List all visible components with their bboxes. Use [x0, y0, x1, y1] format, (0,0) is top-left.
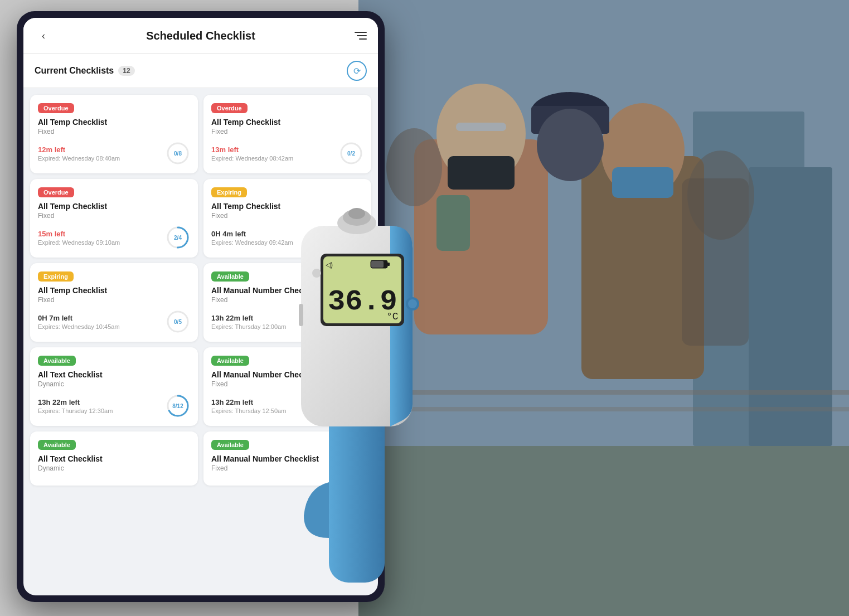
progress-circle: 2/4 — [166, 225, 190, 250]
section-title-area: Current Checklists 12 — [35, 66, 135, 76]
status-badge: Available — [38, 440, 76, 450]
time-left: 0H 7m left — [38, 314, 166, 322]
status-badge: Available — [38, 356, 76, 366]
progress-circle: 0/2 — [339, 141, 363, 166]
card-footer: 12m left Expired: Wednesday 08:40am 0/8 — [38, 141, 190, 166]
checklist-card[interactable]: Available All Text Checklist Dynamic — [30, 431, 198, 486]
card-subtitle: Dynamic — [38, 380, 190, 388]
svg-point-44 — [312, 269, 321, 278]
time-left: 13m left — [211, 145, 339, 154]
expire-text: Expired: Wednesday 08:40am — [38, 155, 166, 162]
progress-circle: 0/8 — [166, 141, 190, 166]
svg-rect-47 — [371, 261, 384, 268]
status-badge: Expiring — [38, 271, 74, 282]
card-footer: 0H 7m left Expires: Wednesday 10:45am 0/… — [38, 309, 190, 334]
time-left: 12m left — [38, 145, 166, 154]
svg-text:°C: °C — [386, 311, 399, 322]
back-button[interactable]: ‹ — [35, 27, 52, 45]
svg-rect-53 — [299, 304, 303, 326]
svg-text:◁): ◁) — [326, 261, 333, 269]
section-header: Current Checklists 12 ⟳ — [23, 54, 378, 88]
menu-line-3 — [359, 38, 367, 40]
time-left: 15m left — [38, 230, 166, 238]
time-info: 13h 22m left Expires: Thursday 12:30am — [38, 398, 166, 414]
app-header: ‹ Scheduled Checklist — [23, 18, 378, 54]
thermometer: ◁) 36.9 °C — [279, 192, 435, 583]
time-info: 13m left Expired: Wednesday 08:42am — [211, 145, 339, 162]
progress-label: 0/2 — [347, 151, 355, 157]
card-footer: 13h 22m left Expires: Thursday 12:30am 8… — [38, 394, 190, 418]
status-badge: Overdue — [38, 187, 74, 197]
status-badge: Expiring — [211, 187, 247, 197]
svg-rect-46 — [387, 263, 390, 266]
progress-label: 8/12 — [172, 403, 183, 409]
card-subtitle: Fixed — [38, 212, 190, 220]
card-footer: 13m left Expired: Wednesday 08:42am 0/2 — [211, 141, 363, 166]
status-badge: Available — [211, 440, 249, 450]
expire-text: Expired: Wednesday 08:42am — [211, 155, 339, 162]
checklist-card[interactable]: Overdue All Temp Checklist Fixed 15m lef… — [30, 179, 198, 258]
card-footer: 15m left Expired: Wednesday 09:10am 2/4 — [38, 225, 190, 250]
card-title: All Temp Checklist — [211, 118, 363, 127]
refresh-button[interactable]: ⟳ — [347, 61, 367, 81]
card-subtitle: Fixed — [38, 296, 190, 304]
progress-circle: 8/12 — [166, 394, 190, 418]
checklist-card[interactable]: Available All Text Checklist Dynamic 13h… — [30, 347, 198, 426]
svg-point-52 — [408, 299, 417, 308]
expire-text: Expired: Wednesday 09:10am — [38, 239, 166, 246]
time-info: 0H 7m left Expires: Wednesday 10:45am — [38, 314, 166, 330]
checklist-card[interactable]: Overdue All Temp Checklist Fixed 13m lef… — [203, 95, 371, 173]
svg-point-41 — [348, 208, 365, 219]
card-subtitle: Dynamic — [38, 464, 190, 472]
progress-label: 2/4 — [174, 235, 182, 241]
checklist-card[interactable]: Overdue All Temp Checklist Fixed 12m lef… — [30, 95, 198, 173]
time-left: 13h 22m left — [38, 398, 166, 406]
card-title: All Text Checklist — [38, 370, 190, 379]
expire-text: Expires: Wednesday 10:45am — [38, 323, 166, 330]
card-title: All Temp Checklist — [38, 286, 190, 295]
time-info: 15m left Expired: Wednesday 09:10am — [38, 230, 166, 246]
status-badge: Available — [211, 356, 249, 366]
progress-circle: 0/5 — [166, 309, 190, 334]
progress-label: 0/8 — [174, 151, 182, 157]
svg-rect-37 — [329, 404, 385, 583]
progress-label: 0/5 — [174, 319, 182, 325]
card-title: All Temp Checklist — [38, 202, 190, 211]
card-title: All Temp Checklist — [38, 118, 190, 127]
count-badge: 12 — [118, 66, 134, 76]
status-badge: Available — [211, 271, 249, 282]
status-badge: Overdue — [38, 103, 74, 113]
card-subtitle: Fixed — [211, 128, 363, 135]
menu-line-2 — [357, 35, 367, 36]
card-subtitle: Fixed — [38, 128, 190, 135]
menu-button[interactable] — [349, 27, 367, 45]
status-badge: Overdue — [211, 103, 248, 113]
app-title: Scheduled Checklist — [146, 30, 255, 42]
menu-line-1 — [355, 32, 367, 33]
time-info: 12m left Expired: Wednesday 08:40am — [38, 145, 166, 162]
section-title-text: Current Checklists — [35, 66, 114, 76]
expire-text: Expires: Thursday 12:30am — [38, 408, 166, 414]
card-title: All Text Checklist — [38, 454, 190, 463]
refresh-icon: ⟳ — [353, 66, 361, 76]
checklist-card[interactable]: Expiring All Temp Checklist Fixed 0H 7m … — [30, 263, 198, 342]
